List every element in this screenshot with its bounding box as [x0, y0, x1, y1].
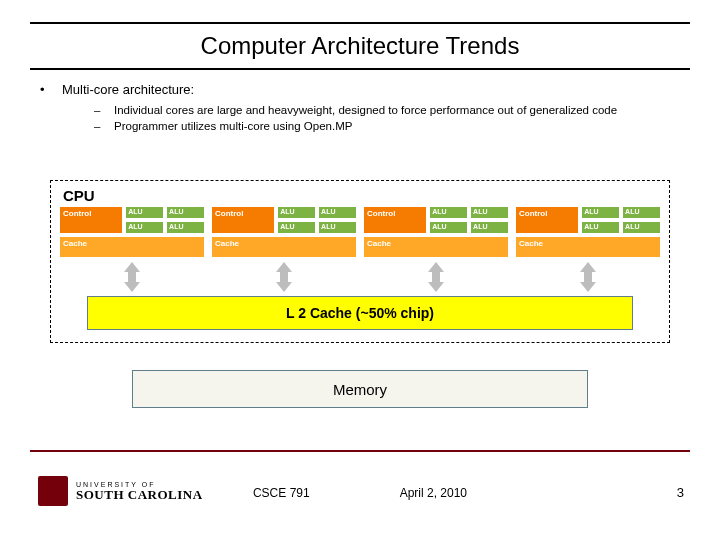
sub-bullet: – Individual cores are large and heavywe…: [94, 103, 680, 119]
bullet-main-text: Multi-core architecture:: [62, 82, 194, 97]
sub-bullet-dash: –: [94, 103, 114, 119]
sub-bullet: – Programmer utilizes multi-core using O…: [94, 119, 680, 135]
alu-unit: ALU: [622, 206, 661, 219]
page-number: 3: [677, 485, 684, 500]
alu-unit: ALU: [470, 206, 509, 219]
course-code: CSCE 791: [253, 486, 310, 500]
bidirectional-arrow-icon: [276, 262, 292, 292]
sub-bullet-text: Programmer utilizes multi-core using Ope…: [114, 119, 352, 135]
alu-unit: ALU: [277, 206, 316, 219]
arrows-row: [59, 260, 661, 294]
top-rule: [30, 22, 690, 24]
control-unit: Control: [59, 206, 123, 234]
alu-unit: ALU: [166, 221, 205, 234]
slide-date: April 2, 2010: [400, 486, 467, 500]
l1-cache: Cache: [211, 236, 357, 258]
footer-center: CSCE 791 April 2, 2010: [0, 486, 720, 500]
bidirectional-arrow-icon: [580, 262, 596, 292]
sub-bullet-text: Individual cores are large and heavyweig…: [114, 103, 617, 119]
cpu-label: CPU: [63, 187, 661, 204]
alu-unit: ALU: [429, 221, 468, 234]
bidirectional-arrow-icon: [428, 262, 444, 292]
alu-unit: ALU: [166, 206, 205, 219]
control-unit: Control: [515, 206, 579, 234]
cpu-diagram: CPU Control ALU ALU ALU ALU Cache Contro…: [50, 180, 670, 343]
alu-unit: ALU: [622, 221, 661, 234]
footer-rule: [30, 450, 690, 452]
l1-cache: Cache: [515, 236, 661, 258]
bullet-main: • Multi-core architecture:: [40, 82, 680, 97]
bullet-dot: •: [40, 82, 62, 97]
slide-title: Computer Architecture Trends: [0, 32, 720, 60]
core-block: Control ALU ALU ALU ALU Cache: [59, 206, 205, 258]
cores-row: Control ALU ALU ALU ALU Cache Control AL…: [59, 206, 661, 258]
l2-cache-box: L 2 Cache (~50% chip): [87, 296, 633, 330]
memory-box: Memory: [132, 370, 588, 408]
alu-unit: ALU: [318, 206, 357, 219]
alu-unit: ALU: [581, 221, 620, 234]
alu-unit: ALU: [581, 206, 620, 219]
sub-bullet-dash: –: [94, 119, 114, 135]
core-block: Control ALU ALU ALU ALU Cache: [211, 206, 357, 258]
title-underline: [30, 68, 690, 70]
control-unit: Control: [363, 206, 427, 234]
alu-unit: ALU: [470, 221, 509, 234]
control-unit: Control: [211, 206, 275, 234]
slide-body: • Multi-core architecture: – Individual …: [40, 82, 680, 134]
alu-unit: ALU: [429, 206, 468, 219]
core-block: Control ALU ALU ALU ALU Cache: [515, 206, 661, 258]
l1-cache: Cache: [363, 236, 509, 258]
alu-unit: ALU: [318, 221, 357, 234]
sub-bullet-list: – Individual cores are large and heavywe…: [94, 103, 680, 134]
core-block: Control ALU ALU ALU ALU Cache: [363, 206, 509, 258]
l1-cache: Cache: [59, 236, 205, 258]
bidirectional-arrow-icon: [124, 262, 140, 292]
alu-unit: ALU: [277, 221, 316, 234]
alu-unit: ALU: [125, 206, 164, 219]
alu-unit: ALU: [125, 221, 164, 234]
